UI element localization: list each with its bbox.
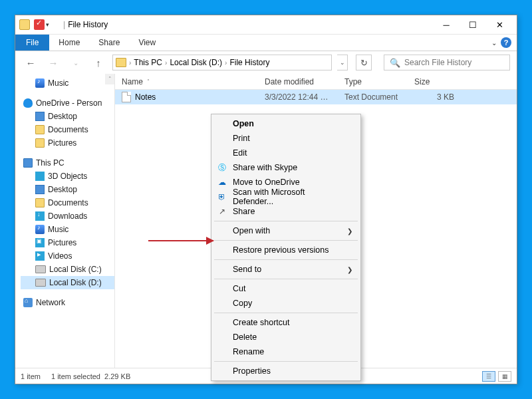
breadcrumb-folder[interactable]: File History (229, 58, 269, 67)
tree-item-3dobjects[interactable]: 3D Objects (21, 170, 114, 183)
tree-label: Network (36, 298, 65, 307)
disk-icon (35, 279, 46, 287)
tree-item-music[interactable]: Music (21, 223, 114, 236)
file-name: Notes (135, 92, 156, 102)
address-bar-row: ← → ⌄ ↑ › This PC › Local Disk (D:) › Fi… (15, 51, 517, 74)
tree-item-music[interactable]: Music (21, 76, 114, 90)
folder-icon (35, 198, 45, 207)
tree-label: Desktop (48, 185, 77, 194)
ctx-share[interactable]: ↗Share (213, 204, 359, 219)
details-view-button[interactable]: ☰ (482, 371, 495, 382)
share-icon: ↗ (217, 206, 227, 217)
back-button[interactable]: ← (22, 54, 39, 71)
ctx-print[interactable]: Print (213, 131, 359, 146)
tree-label: 3D Objects (48, 172, 87, 181)
sort-asc-icon: ˄ (147, 78, 150, 84)
column-headers: Name˄ Date modified Type Size (115, 74, 517, 90)
folder-icon (19, 19, 30, 30)
tree-item-videos[interactable]: Videos (21, 249, 114, 263)
ctx-open-with[interactable]: Open with❯ (213, 223, 359, 238)
music-icon (35, 225, 45, 234)
desktop-icon (35, 185, 45, 194)
refresh-button[interactable]: ↻ (356, 55, 372, 70)
download-icon (35, 211, 45, 221)
address-dropdown-icon[interactable]: ⌄ (337, 55, 348, 70)
ctx-rename[interactable]: Rename (213, 344, 359, 359)
ctx-create-shortcut[interactable]: Create shortcut (213, 315, 359, 330)
ribbon-expand-icon[interactable]: ⌄ (491, 39, 497, 47)
music-icon (35, 78, 45, 88)
maximize-button[interactable]: ☐ (460, 15, 486, 34)
tree-item-network[interactable]: Network (21, 296, 114, 309)
view-tab[interactable]: View (129, 35, 165, 51)
tree-item-od-documents[interactable]: Documents (21, 123, 114, 136)
col-date[interactable]: Date modified (258, 77, 338, 86)
tree-label: Pictures (48, 238, 76, 247)
file-row[interactable]: Notes 3/3/2022 12:44 PM Text Document 3 … (115, 90, 517, 104)
tree-item-pictures[interactable]: Pictures (21, 236, 114, 249)
explorer-window: ▾ |File History ─ ☐ ✕ File Home Share Vi… (15, 15, 517, 384)
file-type: Text Document (338, 92, 408, 102)
tree-label: Local Disk (D:) (49, 278, 102, 287)
desktop-icon (35, 112, 45, 121)
ctx-share-skype[interactable]: ⓈShare with Skype (213, 160, 359, 175)
qat-dropdown-icon[interactable]: ▾ (46, 19, 53, 30)
ctx-cut[interactable]: Cut (213, 281, 359, 296)
onedrive-icon (23, 98, 33, 108)
breadcrumb-drive[interactable]: Local Disk (D:) (170, 58, 222, 67)
ctx-restore-previous-versions[interactable]: Restore previous versions (213, 243, 359, 257)
search-placeholder: Search File History (404, 58, 471, 67)
ctx-open[interactable]: Open (213, 116, 359, 131)
videos-icon (35, 251, 45, 261)
tree-item-desktop[interactable]: Desktop (21, 183, 114, 196)
tree-scroll-up-icon[interactable]: ˄ (105, 74, 114, 84)
ctx-copy[interactable]: Copy (213, 296, 359, 311)
thumbnails-view-button[interactable]: ▦ (498, 371, 511, 382)
up-button[interactable]: ↑ (90, 54, 107, 71)
status-size: 2.29 KB (104, 372, 130, 380)
help-icon[interactable]: ? (501, 37, 511, 48)
col-type[interactable]: Type (338, 77, 408, 86)
ctx-edit[interactable]: Edit (213, 146, 359, 160)
close-button[interactable]: ✕ (486, 15, 513, 34)
col-name[interactable]: Name˄ (115, 77, 258, 86)
col-size[interactable]: Size (408, 77, 461, 86)
tree-label: Videos (48, 251, 72, 261)
tree-label: Documents (48, 198, 88, 207)
tree-item-od-pictures[interactable]: Pictures (21, 136, 114, 150)
tree-item-downloads[interactable]: Downloads (21, 209, 114, 223)
file-tab[interactable]: File (15, 35, 49, 51)
quick-access-toolbar: ▾ (34, 19, 53, 30)
chevron-right-icon[interactable]: › (165, 59, 167, 66)
3d-icon (35, 172, 45, 181)
chevron-right-icon[interactable]: › (225, 59, 227, 66)
title-bar: ▾ |File History ─ ☐ ✕ (15, 15, 517, 34)
home-tab[interactable]: Home (49, 35, 89, 51)
minimize-button[interactable]: ─ (433, 15, 460, 34)
ctx-scan-defender[interactable]: ⛨Scan with Microsoft Defender... (213, 190, 359, 204)
chevron-right-icon[interactable]: › (129, 59, 131, 66)
search-input[interactable]: 🔍 Search File History (384, 55, 510, 70)
shield-icon: ⛨ (217, 192, 227, 202)
breadcrumb[interactable]: › This PC › Local Disk (D:) › File Histo… (112, 55, 332, 70)
tree-item-localdisk-c[interactable]: Local Disk (C:) (21, 263, 114, 276)
ctx-send-to[interactable]: Send to❯ (213, 262, 359, 277)
share-tab[interactable]: Share (89, 35, 129, 51)
ctx-properties[interactable]: Properties (213, 364, 359, 378)
ctx-delete[interactable]: Delete (213, 330, 359, 344)
file-size: 3 KB (408, 92, 461, 102)
tree-item-localdisk-d[interactable]: Local Disk (D:) (21, 276, 114, 289)
tree-item-documents[interactable]: Documents (21, 196, 114, 209)
forward-button[interactable]: → (45, 54, 62, 71)
thispc-icon (23, 158, 33, 168)
tree-item-thispc[interactable]: This PC (21, 156, 114, 170)
breadcrumb-thispc[interactable]: This PC (134, 58, 162, 67)
ribbon: File Home Share View ⌄ ? (15, 34, 517, 51)
network-icon (23, 298, 33, 307)
tree-item-od-desktop[interactable]: Desktop (21, 110, 114, 123)
recent-dropdown[interactable]: ⌄ (67, 54, 84, 71)
tree-item-onedrive[interactable]: OneDrive - Person (21, 96, 114, 110)
qat-properties-icon[interactable] (34, 19, 45, 30)
window-title: |File History (61, 20, 108, 29)
pictures-icon (35, 238, 45, 247)
